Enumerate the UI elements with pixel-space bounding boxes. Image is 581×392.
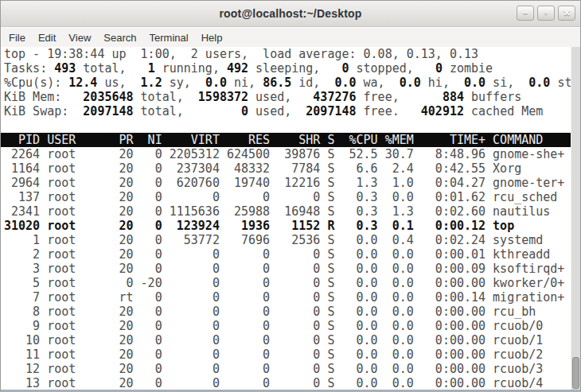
titlebar[interactable]: root@localhost:~/Desktop – ▫ ✕ (1, 1, 580, 27)
process-row: 2341 root 20 0 1115636 25988 16948 S 0.3… (1, 204, 571, 219)
process-row: 13 root 20 0 0 0 0 S 0.0 0.0 0:00.00 rcu… (1, 376, 571, 390)
window-title: root@localhost:~/Desktop (219, 7, 361, 20)
close-icon: ✕ (563, 9, 570, 17)
terminal-lines: top - 19:38:44 up 1:00, 2 users, load av… (1, 47, 571, 390)
scrollbar-track[interactable] (571, 47, 580, 390)
menu-item-edit[interactable]: Edit (32, 29, 62, 46)
maximize-icon: ▫ (544, 9, 548, 17)
terminal-summary-line: KiB Mem: 2035648 total, 1598372 used, 43… (1, 90, 571, 104)
process-row: 9 root 20 0 0 0 0 S 0.0 0.0 0:00.00 rcuo… (1, 319, 571, 333)
process-row: 31020 root 20 0 123924 1936 1152 R 0.3 0… (1, 219, 571, 233)
process-row: 10 root 20 0 0 0 0 S 0.0 0.0 0:00.00 rcu… (1, 333, 571, 347)
process-row: 3 root 20 0 0 0 0 S 0.0 0.0 0:00.09 ksof… (1, 262, 571, 276)
process-row: 11 root 20 0 0 0 0 S 0.0 0.0 0:00.00 rcu… (1, 347, 571, 362)
process-row: 137 root 20 0 0 0 0 S 0.3 0.0 0:01.62 rc… (1, 190, 571, 204)
window-controls: – ▫ ✕ (517, 6, 575, 21)
terminal-summary-line: KiB Swap: 2097148 total, 0 used, 2097148… (1, 104, 571, 118)
process-row: 1164 root 20 0 237304 48332 7784 S 6.6 2… (1, 161, 571, 176)
process-row: 1 root 20 0 53772 7696 2536 S 0.0 0.4 0:… (1, 233, 571, 247)
minimize-icon: – (523, 9, 528, 17)
close-button[interactable]: ✕ (558, 6, 575, 21)
menubar: File Edit View Search Terminal Help (1, 28, 580, 47)
menu-item-search[interactable]: Search (97, 29, 142, 46)
terminal-summary-line: top - 19:38:44 up 1:00, 2 users, load av… (1, 47, 571, 61)
process-row: 8 root 20 0 0 0 0 S 0.0 0.0 0:00.00 rcu_… (1, 305, 571, 319)
terminal-window: root@localhost:~/Desktop – ▫ ✕ File Edit… (0, 0, 581, 392)
terminal-summary-line: %Cpu(s): 12.4 us, 1.2 sy, 0.0 ni, 86.5 i… (1, 76, 571, 90)
process-row: 2964 root 20 0 620760 19740 12216 S 1.3 … (1, 176, 571, 190)
process-table-header: PID USER PR NI VIRT RES SHR S %CPU %MEM … (1, 133, 571, 147)
process-row: 5 root 0 -20 0 0 0 S 0.0 0.0 0:00.00 kwo… (1, 276, 571, 290)
menu-item-help[interactable]: Help (195, 29, 229, 46)
menu-item-view[interactable]: View (62, 29, 97, 46)
menu-item-terminal[interactable]: Terminal (143, 29, 195, 46)
terminal-screen[interactable]: top - 19:38:44 up 1:00, 2 users, load av… (1, 47, 580, 390)
process-row: 7 root rt 0 0 0 0 S 0.0 0.0 0:00.14 migr… (1, 290, 571, 305)
terminal-blank-line (1, 118, 571, 133)
process-row: 2264 root 20 0 2205312 624500 39876 S 52… (1, 147, 571, 161)
scrollbar-thumb[interactable] (572, 357, 579, 389)
terminal-summary-line: Tasks: 493 total, 1 running, 492 sleepin… (1, 61, 571, 76)
maximize-button[interactable]: ▫ (537, 6, 555, 21)
menu-item-file[interactable]: File (2, 29, 32, 46)
minimize-button[interactable]: – (517, 6, 534, 21)
process-row: 12 root 20 0 0 0 0 S 0.0 0.0 0:00.00 rcu… (1, 362, 571, 376)
process-row: 2 root 20 0 0 0 0 S 0.0 0.0 0:00.01 kthr… (1, 247, 571, 262)
